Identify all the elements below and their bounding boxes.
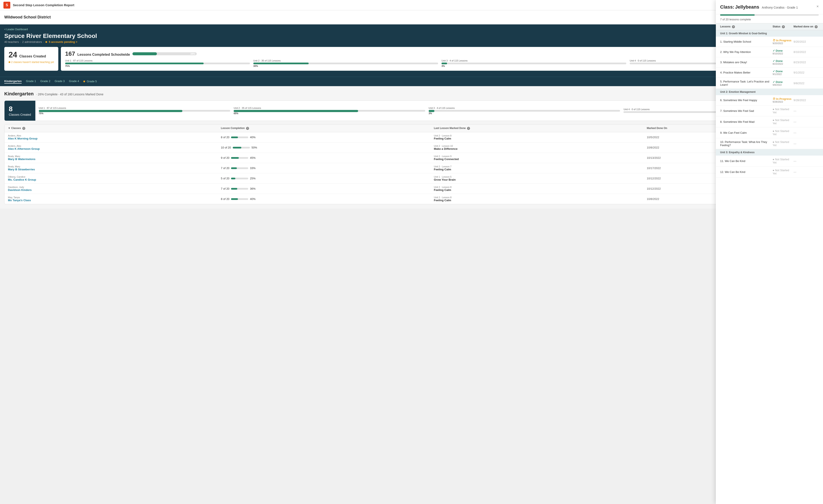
- lesson-name: 11. We Can Be Kind: [720, 159, 773, 163]
- district-name: Wildwood School District: [4, 15, 51, 19]
- completion-info-icon[interactable]: ?: [246, 127, 249, 130]
- classes-info-icon[interactable]: ?: [22, 127, 25, 130]
- grade-tabs: KindergartenGrade 1Grade 2Grade 3Grade 4…: [0, 77, 823, 86]
- lesson-row: 11. We Can Be Kind ● Not Started Yet —: [716, 156, 823, 167]
- last-lesson-unit: Unit 2 · Lesson 8: [434, 196, 647, 199]
- last-lesson-cell: Unit 2 · Lesson 9 Feeling Connected: [434, 155, 647, 161]
- class-teacher: Dilberg, Candice: [8, 175, 221, 178]
- table-row: Bealy, Mary Mary B Watermelons 9 of 20 4…: [4, 153, 819, 163]
- class-name-link[interactable]: Mary B Watermelons: [8, 158, 221, 161]
- pending-link[interactable]: 5 accounts pending >: [49, 40, 77, 43]
- last-lesson-cell: Unit 2 · Lesson 10 Make a Difference: [434, 145, 647, 150]
- panel-status-info-icon[interactable]: ?: [782, 25, 785, 28]
- col-last-lesson: Last Lesson Marked Done ?: [434, 127, 647, 130]
- stats-unit-bar-3: Unit 3 · 4 of 115 Lessons 3%: [442, 59, 626, 67]
- panel-class-name: Jellybeans: [735, 4, 759, 10]
- side-panel-header: Class: Jellybeans Anthony Coraliss · Gra…: [716, 0, 823, 14]
- unit-bars: Unit 1 · 87 of 115 Lessons 75% Unit 2 · …: [65, 59, 814, 67]
- class-teacher: Bealy, Mary: [8, 165, 221, 168]
- last-lesson-cell: Unit 2 · Lesson 7 Feeling Calm: [434, 165, 647, 171]
- panel-col-status: Status ?: [773, 25, 794, 28]
- last-lesson-name: Feeling Connected: [434, 158, 647, 161]
- kg-unit-label: Unit 1 · 87 of 115 Lessons: [39, 107, 230, 109]
- lesson-status-cell: ● Not Started Yet: [773, 119, 794, 125]
- col-lesson-completion: Lesson Completion ?: [221, 127, 434, 130]
- status-done: ✓ Done: [773, 49, 794, 52]
- kg-unit-pct: 65%: [233, 112, 425, 115]
- grade-tab-grade-2[interactable]: Grade 2: [40, 79, 50, 83]
- back-link[interactable]: < Leader Dashboard: [4, 28, 819, 31]
- kg-classes-label: Classes Created: [9, 113, 31, 116]
- lesson-row: 5. Performance Task: Let's Practice and …: [716, 78, 823, 89]
- side-panel-close-button[interactable]: ×: [816, 4, 819, 9]
- grade-tab-kindergarten[interactable]: Kindergarten: [4, 79, 22, 83]
- class-name-link[interactable]: Alex K Morning Group: [8, 137, 221, 140]
- classes-label: Classes Created: [19, 54, 46, 58]
- lesson-status-cell: ✓ Done 9/1/2022: [773, 70, 794, 75]
- class-name-link[interactable]: Davidson Kinders: [8, 188, 221, 192]
- status-date: 9/8/2022: [773, 83, 794, 86]
- classes-number: 24: [9, 50, 17, 59]
- class-name-link[interactable]: Ms Tanya's Class: [8, 199, 221, 202]
- last-lesson-unit: Unit 2 · Lesson 9: [434, 155, 647, 158]
- lesson-row: 10. Performance Task: What Are They Feel…: [716, 138, 823, 149]
- lessons-number: 167: [65, 50, 75, 57]
- last-lesson-unit: Unit 2 · Lesson 8: [434, 134, 647, 137]
- lessons-title: 167 Lessons Completed Schoolwide: [65, 50, 130, 57]
- class-info: Bealy, Mary Mary B Watermelons: [8, 155, 221, 161]
- panel-teacher-grade: Anthony Coraliss · Grade 1: [762, 6, 798, 9]
- panel-unit-label-3: Unit 3: Empathy & Kindness: [716, 149, 823, 156]
- marked-done-date: —: [794, 109, 819, 113]
- marked-done-date: 9/1/2022: [794, 71, 819, 74]
- classes-note: 2 classes haven't started teaching yet: [9, 61, 54, 64]
- panel-col-marked-on: Marked done on ?: [794, 25, 819, 28]
- panel-lessons-info-icon[interactable]: ?: [732, 25, 735, 28]
- lesson-row: 3. Mistakes are Okay! ✓ Done 8/23/2022 8…: [716, 57, 823, 67]
- app-title: Second Step Lesson Completion Report: [13, 3, 765, 7]
- last-lesson-info-icon[interactable]: ?: [467, 127, 470, 130]
- lesson-status-cell: ● Not Started Yet: [773, 158, 794, 164]
- pct-label: 33%: [250, 167, 256, 170]
- grade-tab-grade-4[interactable]: Grade 4: [69, 79, 79, 83]
- school-name-heading: Spruce River Elementary School: [4, 33, 819, 39]
- class-name-link[interactable]: Mary B Strawberries: [8, 168, 221, 171]
- table-row: Anders, Alex Alex K Afternoon Group 10 o…: [4, 143, 819, 153]
- kg-unit-pct: 3%: [429, 112, 620, 115]
- table-row: Dilberg, Candice Ms. Candice K Group 5 o…: [4, 173, 819, 184]
- stats-row: 24 Classes Created 2 classes haven't sta…: [4, 47, 819, 71]
- grade-section-title: Kindergarten: [4, 91, 34, 97]
- lesson-status-cell: ● Not Started Yet: [773, 130, 794, 136]
- panel-lessons-body: Unit 1: Growth Mindset & Goal-Setting 1.…: [716, 30, 823, 177]
- unit-bar-label: Unit 1 · 87 of 115 Lessons: [65, 59, 250, 62]
- kg-unit-label: Unit 2 · 35 of 115 Lessons: [233, 107, 425, 109]
- status-date: 9/1/2022: [773, 73, 794, 75]
- lessons-done-text: 8 of 20: [221, 136, 229, 139]
- grade-tab-grade-1[interactable]: Grade 1: [26, 79, 36, 83]
- panel-lessons-count: 7 of 20 lessons complete: [716, 16, 823, 23]
- marked-done-date: 9/20/2022: [794, 40, 819, 43]
- panel-table-header: Lessons ? Status ? Marked done on ?: [716, 23, 823, 30]
- unit-bar-label: Unit 3 · 4 of 115 Lessons: [442, 59, 626, 62]
- unit-bar-pct: 75%: [65, 65, 250, 67]
- last-lesson-name: Make a Difference: [434, 147, 647, 150]
- kg-classes-number: 8: [9, 105, 31, 113]
- grade-section-meta: · 26% Complete · 43 of 160 Lessons Marke…: [36, 93, 104, 96]
- lesson-name: 4. Practice Makes Better: [720, 71, 773, 74]
- lessons-done-text: 7 of 20: [221, 167, 229, 170]
- class-name-link[interactable]: Ms. Candice K Group: [8, 178, 221, 181]
- col-classes-label: ▼: [8, 127, 11, 130]
- last-lesson-name: Feeling Calm: [434, 137, 647, 140]
- lessons-done-text: 8 of 20: [221, 197, 229, 201]
- stats-unit-bar-1: Unit 1 · 87 of 115 Lessons 75%: [65, 59, 250, 67]
- class-name-link[interactable]: Alex K Afternoon Group: [8, 147, 221, 150]
- last-lesson-cell: Unit 1 · Lesson 5 Grow Your Brain: [434, 175, 647, 181]
- class-teacher: May, Tanya: [8, 196, 221, 199]
- admins-count: 2 administrators: [22, 40, 42, 43]
- grade-tab-grade-3[interactable]: Grade 3: [55, 79, 65, 83]
- last-lesson-unit: Unit 2 · Lesson 8: [434, 186, 647, 188]
- grade-tab-grade-5[interactable]: Grade 5: [84, 79, 97, 83]
- marked-done-date: —: [794, 142, 819, 145]
- panel-marked-info-icon[interactable]: ?: [815, 25, 818, 28]
- table-row: May, Tanya Ms Tanya's Class 8 of 20 40% …: [4, 194, 819, 204]
- status-not-started: ● Not Started Yet: [773, 140, 794, 147]
